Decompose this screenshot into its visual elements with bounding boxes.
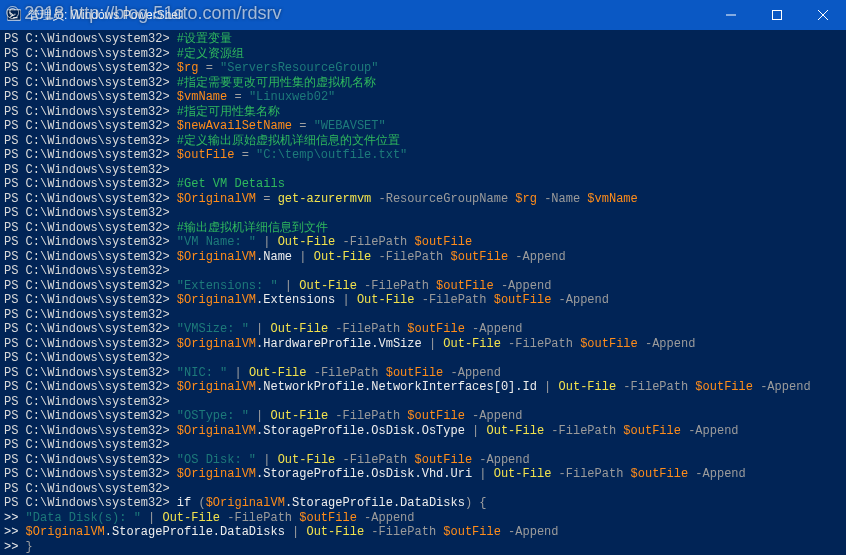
parameter: -ResourceGroupName [371, 192, 515, 206]
terminal-body[interactable]: PS C:\Windows\system32> #设置变量PS C:\Windo… [0, 30, 846, 555]
powershell-icon [6, 7, 22, 23]
continuation: >> [4, 511, 18, 525]
variable: $rg [177, 61, 199, 75]
comment: #设置变量 [177, 32, 232, 46]
minimize-button[interactable] [708, 0, 754, 30]
keyword-if: if [177, 496, 191, 510]
string: "ServersResourceGroup" [220, 61, 378, 75]
prompt: PS C:\Windows\system32> [4, 32, 170, 46]
title-bar[interactable]: 管理员: Windows PowerShell [0, 0, 846, 30]
maximize-button[interactable] [754, 0, 800, 30]
member: .Name [256, 250, 292, 264]
close-button[interactable] [800, 0, 846, 30]
cmdlet: get-azurermvm [278, 192, 372, 206]
powershell-window: © 2018 http://blog.51cto.com/rdsrv 管理员: … [0, 0, 846, 555]
window-title: 管理员: Windows PowerShell [28, 7, 708, 24]
window-buttons [708, 0, 846, 30]
svg-rect-2 [773, 11, 782, 20]
